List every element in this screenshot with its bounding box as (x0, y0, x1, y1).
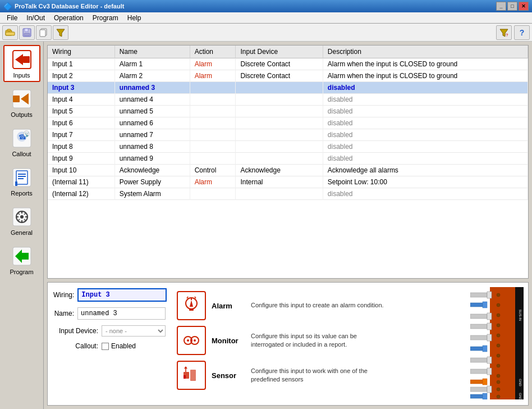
svg-rect-78 (470, 387, 487, 392)
svg-text:GND: GND (519, 379, 522, 387)
svg-rect-45 (189, 309, 194, 311)
cell-device: Internal (236, 176, 323, 188)
sidebar-item-outputs[interactable]: Outputs (3, 84, 40, 121)
sensor-action-button[interactable] (177, 361, 206, 390)
cell-device (236, 153, 323, 165)
cell-device: Acknowledge (236, 165, 323, 176)
monitor-action-button[interactable] (177, 326, 206, 355)
svg-point-49 (187, 339, 189, 342)
cell-device: Discrete Contact (236, 58, 323, 70)
inputs-table: Wiring Name Action Input Device Descript… (48, 46, 528, 200)
svg-point-92 (497, 388, 500, 391)
table-row[interactable]: Input 9unnamed 9disabled (48, 153, 528, 165)
general-label: General (11, 229, 33, 236)
svg-rect-25 (18, 176, 26, 177)
col-description: Description (323, 46, 528, 58)
cell-action (190, 82, 236, 94)
outputs-label: Outputs (11, 111, 33, 118)
monitor-action-desc: Configure this input so its value can be… (251, 332, 386, 349)
help-button[interactable]: ? (514, 25, 530, 40)
sidebar-item-general[interactable]: General (3, 202, 40, 239)
close-button[interactable]: ✕ (519, 2, 529, 11)
svg-point-86 (497, 334, 500, 337)
cell-description: Acknowledge all alarms (323, 165, 528, 176)
svg-rect-27 (15, 181, 17, 186)
svg-rect-2 (6, 32, 15, 35)
menu-file[interactable]: File (2, 13, 22, 23)
cell-action: Alarm (190, 70, 236, 82)
cell-wiring: Input 3 (48, 82, 114, 94)
reports-icon (11, 166, 33, 189)
sidebar-item-program[interactable]: Program (3, 242, 40, 279)
callout-checkbox-row: Enabled (102, 342, 136, 350)
sidebar-item-callout[interactable]: ☎ 📡 Callout (3, 124, 40, 161)
cell-device (236, 117, 323, 129)
svg-rect-70 (470, 347, 483, 351)
action-buttons: Alarm Configure this input to create an … (171, 288, 391, 399)
alarm-action-button[interactable] (177, 291, 206, 320)
table-row[interactable]: Input 6unnamed 6disabled (48, 117, 528, 129)
cell-device (236, 94, 323, 106)
filter-right-button[interactable]: ? (496, 25, 512, 40)
cell-name: unnamed 6 (114, 117, 190, 129)
title-bar-icon: 🔷 (3, 2, 12, 11)
table-row[interactable]: (Internal 12)System Alarmdisabled (48, 188, 528, 200)
wiring-input[interactable] (77, 288, 167, 302)
device-label: Input Device: (53, 327, 98, 335)
menu-program[interactable]: Program (88, 13, 123, 23)
table-row[interactable]: Input 8unnamed 8disabled (48, 141, 528, 153)
cell-wiring: Input 4 (48, 94, 114, 106)
cell-description: disabled (323, 94, 528, 106)
filter-button[interactable] (53, 25, 68, 40)
cell-name: unnamed 8 (114, 141, 190, 153)
sensor-action-label: Sensor (212, 371, 245, 380)
maximize-button[interactable]: □ (507, 2, 517, 11)
table-row[interactable]: (Internal 11)Power SupplyAlarmInternalSe… (48, 176, 528, 188)
main-container: Inputs Outputs ☎ 📡 (0, 42, 532, 409)
save-button[interactable] (19, 25, 35, 40)
cell-description: Alarm when the input is CLOSED to ground (323, 70, 528, 82)
svg-line-44 (195, 297, 196, 298)
title-bar: 🔷 ProTalk Cv3 Database Editor - default … (0, 0, 532, 12)
cell-description: disabled (323, 106, 528, 117)
menu-inout[interactable]: In/Out (22, 13, 49, 23)
cell-action: Alarm (190, 176, 236, 188)
cell-device: Discrete Contact (236, 70, 323, 82)
table-row[interactable]: Input 7unnamed 7disabled (48, 129, 528, 141)
callout-checkbox[interactable] (102, 343, 109, 350)
copy-button[interactable] (36, 25, 52, 40)
svg-rect-24 (18, 174, 26, 175)
name-input[interactable] (77, 307, 166, 320)
col-action: Action (190, 46, 236, 58)
sidebar-item-reports[interactable]: Reports (3, 163, 40, 200)
alarm-action-desc: Configure this input to create an alarm … (251, 301, 384, 310)
inputs-table-container[interactable]: Wiring Name Action Input Device Descript… (47, 45, 529, 279)
svg-rect-7 (40, 30, 45, 37)
table-row[interactable]: Input 1Alarm 1AlarmDiscrete ContactAlarm… (48, 58, 528, 70)
cell-description: disabled (323, 129, 528, 141)
svg-rect-1 (7, 29, 11, 31)
svg-rect-13 (23, 56, 30, 63)
menu-operation[interactable]: Operation (49, 13, 88, 23)
svg-rect-26 (18, 178, 24, 179)
sidebar-item-inputs[interactable]: Inputs (3, 45, 40, 82)
svg-rect-69 (487, 334, 492, 341)
table-row[interactable]: Input 2Alarm 2AlarmDiscrete ContactAlarm… (48, 70, 528, 82)
table-row[interactable]: Input 3unnamed 3disabled (48, 82, 528, 94)
open-button[interactable] (2, 25, 18, 40)
svg-point-88 (497, 354, 500, 357)
device-select[interactable]: - none - (102, 325, 166, 337)
table-row[interactable]: Input 5unnamed 5disabled (48, 106, 528, 117)
menu-help[interactable]: Help (123, 13, 146, 23)
svg-rect-62 (470, 303, 483, 307)
general-icon (11, 206, 33, 228)
wiring-label: Wiring: (53, 291, 74, 299)
table-row[interactable]: Input 4unnamed 4disabled (48, 94, 528, 106)
col-wiring: Wiring (48, 46, 114, 58)
callout-icon: ☎ 📡 (11, 127, 33, 149)
inputs-icon (11, 48, 33, 71)
minimize-button[interactable]: _ (496, 2, 506, 11)
table-row[interactable]: Input 10AcknowledgeControlAcknowledgeAck… (48, 165, 528, 176)
detail-panel: Wiring: Name: Input Device: - none - Cal… (47, 282, 529, 406)
svg-rect-64 (470, 314, 487, 319)
